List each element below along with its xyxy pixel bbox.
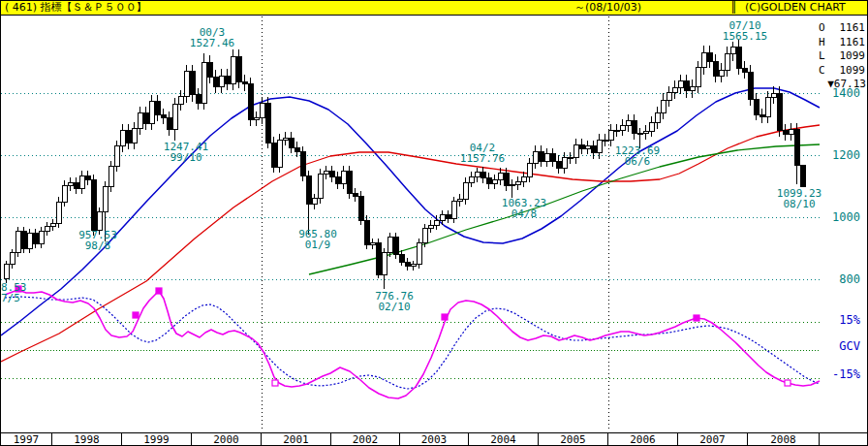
candle-body: [521, 176, 526, 181]
candle-body: [114, 146, 119, 167]
open-label: O: [819, 21, 825, 36]
candle-body: [696, 68, 700, 87]
year-tick-2001: 2001: [262, 433, 331, 446]
candle-body: [684, 81, 689, 91]
candle-body: [213, 77, 218, 86]
candle-body: [765, 97, 770, 116]
candle-body: [632, 120, 636, 133]
candle-body: [562, 158, 567, 169]
candle-body: [434, 220, 439, 225]
axis-label-GCV: GCV: [818, 339, 860, 353]
high-row: H 1161: [819, 36, 865, 50]
gcv-marker: [156, 288, 162, 294]
candle-body: [626, 120, 631, 125]
annotation-003-1527.46: 00/31527.46: [190, 28, 234, 48]
candle-body: [446, 214, 450, 218]
candle-body: [510, 185, 514, 186]
candle-body: [515, 181, 520, 185]
low-label: L: [819, 49, 825, 64]
year-tick-empty: [820, 433, 868, 446]
high-label: H: [819, 36, 825, 50]
candle-body: [306, 175, 311, 205]
candle-body: [91, 179, 96, 230]
candle-body: [120, 130, 125, 145]
candle-body: [50, 223, 55, 226]
candle-body: [707, 52, 712, 61]
candle-body: [289, 138, 294, 147]
candle-body: [568, 158, 573, 159]
low-row: L 1099: [819, 49, 865, 64]
candle-body: [422, 229, 427, 243]
candle-body: [353, 193, 357, 196]
candle-body: [39, 231, 44, 243]
close-label: C: [819, 64, 825, 79]
candle-body: [742, 68, 747, 72]
high-value: 1161: [840, 36, 866, 50]
candle-body: [451, 202, 456, 219]
candle-body: [62, 185, 67, 202]
gcv-marker: [694, 315, 699, 321]
candle-body: [643, 131, 648, 133]
annotation-1063.23-048: 1063.2304/8: [502, 199, 546, 219]
candle-body: [324, 172, 328, 175]
axis-label-15pct: 15%: [818, 313, 860, 327]
candle-body: [202, 62, 206, 104]
candle-body: [21, 232, 26, 249]
candle-body: [475, 173, 480, 176]
candle-body: [783, 130, 788, 134]
candle-body: [335, 176, 340, 183]
close-value: 1099: [840, 64, 866, 79]
candle-body: [33, 234, 38, 244]
candle-body: [701, 52, 706, 68]
year-tick-2002: 2002: [331, 433, 400, 446]
candle-body: [678, 81, 683, 87]
candle-body: [719, 70, 724, 76]
close-row: C 1099: [819, 64, 865, 79]
year-tick-1998: 1998: [52, 433, 122, 446]
candle-body: [649, 123, 654, 132]
candle-body: [271, 143, 276, 168]
candle-body: [574, 144, 578, 158]
annotation-1223.69-066: 1223.6906/6: [615, 146, 660, 167]
annotation-0710-1565.15: 07/101565.15: [723, 21, 767, 42]
candle-body: [388, 237, 392, 252]
open-row: O 1161: [819, 21, 865, 36]
axis-label-1200: 1200: [818, 148, 860, 162]
candle-body: [294, 147, 299, 151]
candle-body: [277, 140, 282, 167]
annotation-965.80-019: 965.8001/9: [298, 230, 337, 250]
open-value: 1161: [840, 21, 866, 36]
candle-body: [376, 243, 381, 274]
candle-body: [661, 100, 666, 112]
candle-body: [579, 144, 584, 148]
candle-body: [178, 97, 183, 105]
candle-body: [97, 212, 102, 231]
title-bar: ( 461) 指標【Ｓ＆Ｐ５００】 ～(08/10/03) ║ (C)GOLDE…: [1, 1, 867, 16]
candle-body: [254, 118, 259, 120]
candle-body: [637, 134, 642, 135]
candle-body: [132, 128, 137, 143]
candle-body: [341, 172, 346, 184]
candle-body: [469, 176, 474, 182]
candle-body: [591, 146, 596, 153]
candle-body: [242, 81, 247, 84]
candle-body: [347, 172, 352, 193]
candle-body: [370, 243, 375, 245]
ohlc-panel: O 1161 H 1161 L 1099 C 1099: [819, 21, 865, 78]
axis-label-800: 800: [818, 272, 860, 286]
annotation-957.53-988: 957.5398/8: [78, 231, 117, 251]
candle-body: [143, 113, 148, 124]
candle-body: [655, 112, 660, 122]
candle-body: [399, 254, 404, 262]
annotation-8.53-75: 8.537/5: [1, 283, 27, 303]
candle-body: [108, 167, 113, 187]
candle-body: [364, 220, 369, 244]
candle-body: [463, 182, 468, 199]
candle-body: [219, 76, 224, 86]
year-tick-2004: 2004: [469, 433, 539, 446]
candle-body: [603, 140, 607, 141]
candle-body: [236, 56, 241, 81]
candle-body: [283, 138, 288, 140]
candle-body: [608, 130, 613, 140]
annotation-776.76-0210: 776.7602/10: [375, 292, 414, 312]
